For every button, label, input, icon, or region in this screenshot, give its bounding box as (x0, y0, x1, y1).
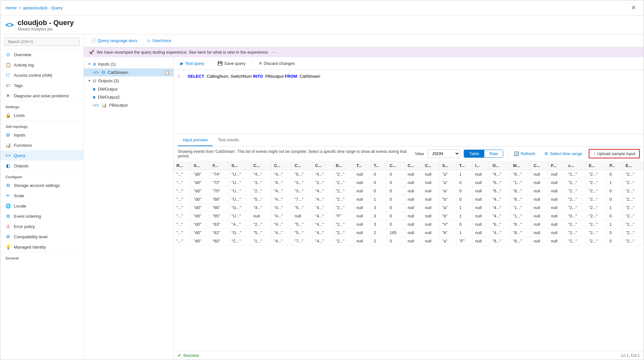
table-cell-6-22: "2..." (586, 220, 607, 229)
table-cell-8-9: null (353, 237, 371, 245)
sidebar-item-query[interactable]: <> Query (0, 150, 84, 161)
col-header-4: C... (251, 161, 271, 170)
table-cell-6-14: "V" (440, 220, 457, 229)
code-toolbar: ▶ Test query 💾 Save query ✕ Discard chan… (174, 57, 644, 70)
sidebar-item-diagnose[interactable]: ✕ Diagnose and solve problems (0, 91, 84, 101)
refresh-button[interactable]: 🔄 Refresh (511, 150, 538, 157)
tree-item-dwoutput2[interactable]: ■ DWOutput2 (84, 93, 174, 101)
sidebar-item-locks[interactable]: 🔒 Locks (0, 110, 84, 120)
sidebar-item-tags[interactable]: 🏷 Tags (0, 80, 84, 91)
table-cell-2-24: "2..." (623, 187, 643, 195)
select-time-button[interactable]: ⚙ Select time range (542, 150, 585, 157)
tree-item-dwoutput[interactable]: ■ DWOutput (84, 85, 174, 93)
col-header-20: F... (548, 161, 566, 170)
table-cell-2-13: null (422, 187, 440, 195)
sidebar-item-overview[interactable]: ⊙ Overview (0, 49, 84, 60)
table-cell-6-24: "2..." (623, 220, 643, 229)
table-cell-1-24: "2..." (623, 179, 643, 187)
sidebar-item-outputs[interactable]: ◧ Outputs (0, 161, 84, 171)
sidebar-item-locale[interactable]: 🌐 Locale (0, 201, 84, 211)
sidebar-item-label: Tags (14, 83, 22, 88)
code-editor[interactable]: 1 SELECT CallingNum, SwitchNum INTO PBIo… (174, 70, 644, 134)
table-cell-5-1: "d0" (191, 212, 210, 220)
sidebar-item-label: Activity log (14, 63, 34, 67)
tree-item-pbioutput[interactable]: </> 📊 PBIoutput (84, 101, 174, 109)
table-cell-3-15: 0 (456, 195, 472, 204)
table-cell-8-14: "a" (440, 237, 457, 245)
inputs-tree-label: Inputs (1) (98, 62, 116, 66)
tab-input-preview[interactable]: Input preview (178, 134, 213, 146)
table-cell-7-17: "4..." (490, 229, 510, 237)
sidebar-item-managed-identity[interactable]: 💡 Managed Identity (0, 242, 84, 252)
sidebar-item-error-policy[interactable]: ⚠ Error policy (0, 221, 84, 232)
sidebar-item-event-ordering[interactable]: ⚙ Event ordering (0, 211, 84, 221)
table-cell-6-23: 1 (607, 220, 623, 229)
table-toggle-button[interactable]: Table (464, 150, 484, 157)
table-cell-0-3: "U..." (229, 170, 251, 179)
sidebar-item-label: Error policy (14, 224, 35, 229)
event-ordering-icon: ⚙ (5, 214, 11, 219)
banner-arrow[interactable]: → (272, 50, 276, 55)
user-voice-button[interactable]: ☺ UserVoice (145, 37, 174, 44)
page-subtitle: Stream Analytics job (18, 27, 74, 31)
sidebar-item-storage-account[interactable]: ⚙ Storage account settings (0, 180, 84, 190)
callstream-upload-icon: 📋 (165, 70, 170, 75)
table-cell-5-9: null (353, 212, 371, 220)
table-cell-5-22: "2..." (586, 212, 607, 220)
breadcrumb: Home > ajetacloudjob - Query (5, 5, 63, 10)
diagnose-icon: ✕ (5, 93, 11, 98)
notification-banner: 🚀 We have revamped the query testing exp… (84, 47, 644, 57)
breadcrumb-home[interactable]: Home (5, 5, 17, 10)
table-cell-4-9: null (353, 204, 371, 212)
discard-icon: ✕ (259, 61, 262, 66)
test-query-button[interactable]: ▶ Test query (178, 60, 207, 67)
sidebar-item-inputs[interactable]: ⊞ Inputs (0, 130, 84, 140)
sidebar-item-compatibility[interactable]: ⚙ Compatibility level (0, 232, 84, 242)
close-button[interactable]: ✕ (629, 3, 639, 13)
sidebar-item-activity-log[interactable]: 📋 Activity log (0, 60, 84, 70)
table-cell-6-2: "63" (210, 220, 229, 229)
top-bar: Home > ajetacloudjob - Query ✕ (0, 0, 644, 15)
table-cell-5-14: "b" (440, 212, 457, 220)
table-cell-7-18: "8..." (510, 229, 531, 237)
upload-sample-button[interactable]: ↑ Upload sample input (589, 149, 640, 158)
functions-icon: 📊 (5, 143, 11, 148)
sidebar-item-functions[interactable]: 📊 Functions (0, 140, 84, 150)
table-cell-3-24: "2..." (623, 195, 643, 204)
save-query-button[interactable]: 💾 Save query (215, 60, 248, 67)
raw-toggle-button[interactable]: Raw (484, 150, 503, 157)
search-input[interactable] (4, 38, 80, 46)
discard-changes-button[interactable]: ✕ Discard changes (256, 60, 298, 67)
table-cell-3-21: "2..." (566, 195, 586, 204)
table-cell-6-4: "2..." (251, 220, 271, 229)
table-cell-5-10: 3 (371, 212, 387, 220)
table-cell-5-17: "4..." (490, 212, 510, 220)
table-cell-4-23: 1 (607, 204, 623, 212)
sidebar-item-access-control[interactable]: 🛡 Access control (IAM) (0, 70, 84, 80)
time-settings-icon: ⚙ (544, 151, 548, 156)
view-select[interactable]: JSON CSV Table (428, 149, 460, 158)
sidebar-item-scale[interactable]: ✏ Scale (0, 190, 84, 201)
table-cell-7-20: null (548, 229, 566, 237)
outputs-tree-header[interactable]: ▼ ⊟ Outputs (3) (84, 76, 174, 85)
table-cell-4-21: "2..." (566, 204, 586, 212)
table-cell-8-1: "d0" (191, 237, 210, 245)
table-cell-2-6: "3..." (292, 187, 312, 195)
breadcrumb-sep: > (19, 5, 21, 10)
callstream-table-icon: ⊟ (102, 70, 105, 75)
col-header-24: E... (623, 161, 643, 170)
table-cell-3-7: "4..." (312, 195, 333, 204)
inputs-chevron-icon: ▼ (88, 62, 91, 66)
query-docs-button[interactable]: 📄 Query language docs (89, 37, 139, 44)
table-cell-8-13: null (422, 237, 440, 245)
dwoutput-icon: ■ (93, 87, 95, 92)
tree-item-callstream[interactable]: </> ⊟ CallStream 📋 (84, 68, 174, 76)
col-header-19: C... (531, 161, 548, 170)
inputs-tree-header[interactable]: ▼ ⊞ Inputs (1) (84, 60, 174, 68)
table-cell-2-19: null (531, 187, 548, 195)
sidebar-item-label: Scale (14, 193, 24, 198)
table-cell-3-5: "4..." (271, 195, 292, 204)
table-cell-5-0: "..." (174, 212, 191, 220)
table-cell-2-7: "4..." (312, 187, 333, 195)
tab-test-results[interactable]: Test results (213, 134, 244, 146)
